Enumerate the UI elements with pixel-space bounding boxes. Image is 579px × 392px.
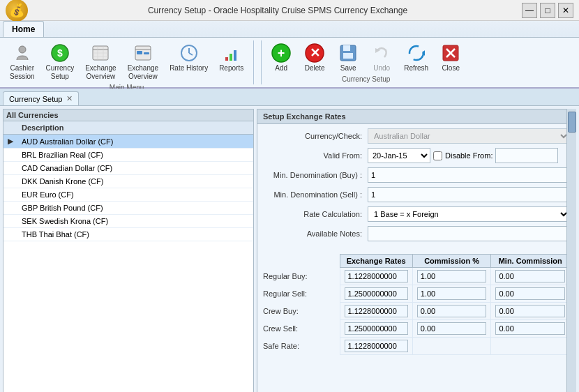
ribbon-tabs: Home	[0, 21, 579, 37]
currency-list-item[interactable]: EUR Euro (CF)	[3, 188, 253, 202]
refresh-label: Refresh	[404, 64, 428, 73]
currency-label: AUD Australian Dollar (CF)	[17, 135, 253, 149]
commission-input[interactable]	[417, 305, 487, 317]
left-panel: All Currencies Description ▶ AUD Austral…	[3, 109, 254, 392]
currency-label: SEK Swedish Krona (CF)	[17, 215, 253, 228]
svg-rect-11	[137, 51, 142, 54]
currency-list-item[interactable]: DKK Danish Krone (CF)	[3, 175, 253, 188]
undo-button[interactable]: Undo	[366, 40, 397, 74]
available-notes-input[interactable]	[368, 226, 570, 241]
rate-history-button[interactable]: Rate History	[165, 40, 212, 82]
currency-check-select[interactable]: Australian Dollar	[368, 128, 570, 144]
maximize-button[interactable]: □	[540, 3, 555, 18]
min-denom-sell-label: Min. Denomination (Sell) :	[263, 190, 368, 199]
add-button[interactable]: + Add	[266, 40, 296, 74]
description-header: Description	[17, 121, 253, 135]
min-denom-sell-input[interactable]	[368, 187, 570, 202]
exchange-rate-input[interactable]	[345, 340, 408, 352]
arrow-cell	[3, 175, 17, 188]
currency-list-item[interactable]: ▶ AUD Australian Dollar (CF)	[3, 135, 253, 149]
exchange-rate-input[interactable]	[345, 287, 408, 300]
svg-rect-16	[225, 57, 228, 61]
form-section: Currency/Check: Australian Dollar Valid …	[257, 124, 576, 250]
app-icon: 💰	[6, 0, 28, 22]
currency-check-label: Currency/Check:	[263, 132, 368, 140]
scrollbar-track[interactable]	[566, 109, 576, 392]
refresh-button[interactable]: Refresh	[400, 40, 433, 74]
currency-list-item[interactable]: CAD Canadian Dollar (CF)	[3, 162, 253, 175]
right-panel: Setup Exchange Rates Currency/Check: Aus…	[257, 109, 576, 392]
commission-input[interactable]	[417, 287, 487, 300]
currency-label: DKK Danish Krone (CF)	[17, 175, 253, 188]
min-denom-sell-row: Min. Denomination (Sell) :	[263, 187, 570, 202]
exchange-rate-input[interactable]	[345, 305, 408, 317]
minimize-button[interactable]: —	[522, 3, 537, 18]
valid-from-select[interactable]: 20-Jan-15	[368, 148, 430, 163]
exchange-rate-input[interactable]	[345, 270, 408, 282]
currency-label: BRL Brazilian Real (CF)	[17, 149, 253, 162]
min-commission-input[interactable]	[495, 270, 565, 282]
svg-text:+: +	[278, 46, 285, 60]
svg-point-0	[19, 46, 26, 53]
svg-line-15	[189, 53, 193, 55]
exchange-rate-cell	[340, 268, 412, 285]
rate-row-label: Crew Sell:	[263, 320, 340, 338]
commission-cell	[412, 320, 491, 338]
currency-setup-button[interactable]: $ CurrencySetup	[42, 40, 79, 82]
close-window-button[interactable]: ✕	[558, 3, 573, 18]
available-notes-row: Available Notes:	[263, 226, 570, 241]
reports-button[interactable]: Reports	[215, 40, 248, 82]
save-button[interactable]: Save	[333, 40, 363, 74]
exchange-rate-input[interactable]	[345, 322, 408, 335]
exchange-overview-button[interactable]: ExchangeOverview	[81, 40, 120, 82]
rate-row: Crew Sell:	[263, 320, 570, 338]
cashier-session-button[interactable]: CashierSession	[6, 40, 39, 82]
min-commission-input[interactable]	[495, 322, 565, 335]
rate-row: Crew Buy:	[263, 303, 570, 320]
currency-list-item[interactable]: SEK Swedish Krona (CF)	[3, 215, 253, 228]
disable-from-group: Disable From:	[433, 148, 558, 163]
scrollbar-thumb[interactable]	[568, 112, 576, 133]
currency-setup-icon: $	[49, 42, 71, 64]
commission-input[interactable]	[417, 270, 487, 282]
main-menu-buttons: CashierSession $ CurrencySetup	[6, 40, 248, 82]
exchange-overview2-button[interactable]: ExchangeOverview	[123, 40, 163, 82]
content-area: All Currencies Description ▶ AUD Austral…	[0, 106, 579, 392]
currency-list-item[interactable]: THB Thai Bhat (CF)	[3, 228, 253, 241]
disable-from-date-input[interactable]	[495, 148, 558, 163]
currency-list-item[interactable]: BRL Brazilian Real (CF)	[3, 149, 253, 162]
min-denom-buy-row: Min. Denomination (Buy) :	[263, 167, 570, 183]
valid-from-label: Valid From:	[263, 151, 368, 160]
rate-row-label: Regular Sell:	[263, 285, 340, 303]
currency-label: CAD Canadian Dollar (CF)	[17, 162, 253, 175]
min-commission-cell	[491, 320, 570, 338]
min-commission-header: Min. Commission	[491, 255, 570, 268]
tab-home[interactable]: Home	[3, 21, 44, 37]
svg-text:✕: ✕	[310, 46, 320, 60]
ribbon-group-currency-setup: + Add ✕ Delete	[266, 40, 472, 84]
available-notes-label: Available Notes:	[263, 229, 368, 238]
commission-input[interactable]	[417, 322, 487, 335]
close-button[interactable]: Close	[435, 40, 466, 74]
min-commission-input[interactable]	[495, 305, 565, 317]
undo-label: Undo	[373, 64, 390, 73]
currency-list-item[interactable]: GBP British Pound (CF)	[3, 202, 253, 215]
save-label: Save	[340, 64, 356, 73]
window-controls: — □ ✕	[522, 3, 573, 18]
min-denom-buy-label: Min. Denomination (Buy) :	[263, 171, 368, 179]
tab-close-icon[interactable]: ✕	[66, 94, 73, 103]
arrow-cell: ▶	[3, 135, 17, 149]
setup-exchange-rates-title: Setup Exchange Rates	[257, 110, 576, 124]
min-denom-buy-input[interactable]	[368, 167, 570, 183]
svg-rect-25	[343, 53, 353, 59]
delete-button[interactable]: ✕ Delete	[299, 40, 330, 74]
min-commission-input[interactable]	[495, 287, 565, 300]
currency-setup-tab[interactable]: Currency Setup ✕	[3, 91, 79, 105]
rate-calc-select[interactable]: 1 Base = x Foreign	[368, 206, 570, 222]
rates-section: Exchange Rates Commission % Min. Commiss…	[257, 250, 576, 359]
min-commission-cell	[491, 268, 570, 285]
disable-from-checkbox[interactable]	[433, 151, 442, 160]
exchange-overview-label: ExchangeOverview	[85, 64, 116, 81]
min-commission-cell	[491, 303, 570, 320]
add-icon: +	[270, 42, 292, 64]
